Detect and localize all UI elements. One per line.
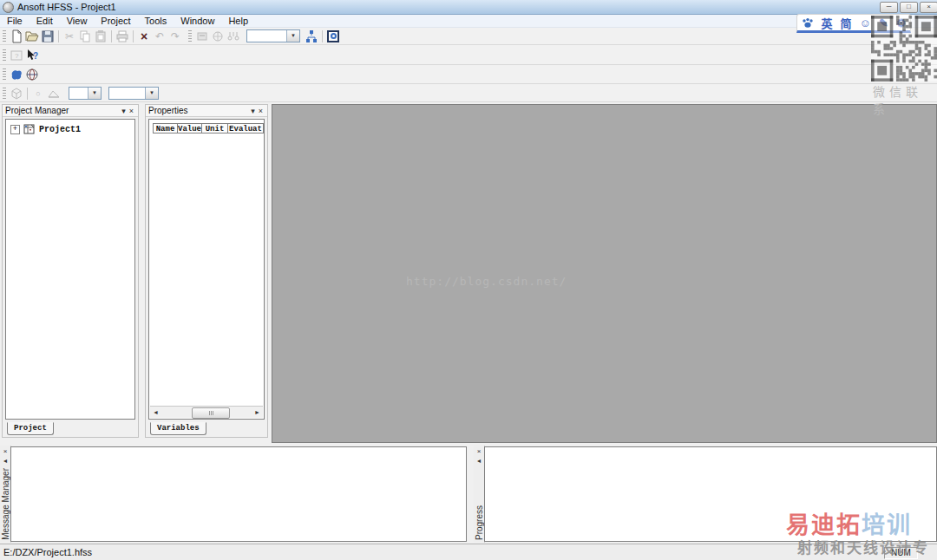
- smiley-icon[interactable]: ☺: [860, 16, 871, 29]
- toolbar-grip[interactable]: [3, 49, 6, 62]
- context-help-icon: ?: [25, 49, 39, 62]
- scrollbar-track[interactable]: [161, 407, 252, 418]
- chevron-down-icon[interactable]: ▼: [286, 30, 299, 42]
- coordinate-plane-button[interactable]: [46, 86, 62, 101]
- horizontal-scrollbar[interactable]: ◄ ►: [150, 406, 263, 418]
- delete-button[interactable]: ×: [136, 29, 152, 43]
- project-manager-header: Project Manager ▾ ×: [3, 105, 138, 117]
- new-file-button[interactable]: [9, 29, 24, 43]
- column-header-unit[interactable]: Unit: [202, 123, 228, 133]
- column-header-value[interactable]: Value: [178, 123, 202, 133]
- pin-icon[interactable]: ◂: [3, 455, 7, 465]
- chevron-down-icon[interactable]: ▼: [88, 88, 101, 99]
- tree-item-project1[interactable]: Project1: [39, 125, 81, 134]
- toolbar-grip[interactable]: [3, 88, 6, 100]
- close-icon[interactable]: ×: [128, 107, 135, 115]
- panel-menu-icon[interactable]: ▾: [249, 107, 257, 115]
- analyze-icon: [211, 29, 225, 43]
- column-header-name[interactable]: Name: [154, 123, 178, 133]
- validate-button[interactable]: [304, 29, 319, 43]
- print-icon: [115, 29, 129, 43]
- menu-view[interactable]: View: [60, 15, 95, 27]
- hfss-solver-button[interactable]: [325, 29, 341, 43]
- cut-button[interactable]: ✂: [62, 29, 77, 43]
- scrollbar-thumb[interactable]: [192, 407, 230, 419]
- chevron-down-icon[interactable]: ▼: [145, 88, 158, 99]
- optimetrics-icon: [226, 29, 240, 43]
- draw-circle-button[interactable]: ○: [30, 86, 46, 101]
- project-tree[interactable]: + Project1: [5, 119, 135, 420]
- progress-content[interactable]: [484, 446, 937, 542]
- properties-header: Properties ▾ ×: [146, 105, 267, 117]
- paw-icon[interactable]: [802, 17, 814, 29]
- copy-button[interactable]: [77, 29, 93, 43]
- solve-setup-button[interactable]: [194, 29, 210, 43]
- save-button[interactable]: [40, 29, 56, 43]
- open-file-button[interactable]: [24, 29, 40, 43]
- paste-button[interactable]: [93, 29, 108, 43]
- tab-variables[interactable]: Variables: [150, 422, 206, 435]
- context-help-button[interactable]: ?: [24, 48, 40, 62]
- menu-edit[interactable]: Edit: [29, 15, 60, 27]
- modeler-blob-icon: [10, 68, 23, 81]
- maximize-button[interactable]: □: [900, 2, 918, 13]
- plane-axes-icon: [47, 87, 61, 101]
- scroll-left-icon[interactable]: ◄: [150, 407, 161, 418]
- lang-simplified-button[interactable]: 简: [841, 15, 852, 31]
- properties-panel: Properties ▾ × Name Value Unit Evaluat ◄…: [145, 104, 268, 438]
- validate-tree-icon: [305, 29, 318, 43]
- undo-button[interactable]: ↶: [152, 29, 167, 43]
- toolbar-grip[interactable]: [188, 30, 192, 42]
- save-floppy-icon: [41, 29, 55, 43]
- toolbar-grip[interactable]: [3, 30, 6, 42]
- boundary-display-button[interactable]: [24, 68, 40, 82]
- coordinate-system-combobox[interactable]: ▼: [108, 87, 159, 100]
- status-bar: E:/DZX/Project1.hfss: [0, 544, 937, 560]
- solve-setup-icon: [195, 29, 209, 43]
- project-manager-title: Project Manager: [5, 106, 69, 115]
- help-topics-button[interactable]: ?: [9, 48, 24, 62]
- draw-toolbar: ○ ▼ ▼: [0, 85, 937, 102]
- menu-window[interactable]: Window: [174, 15, 221, 27]
- paste-icon: [94, 29, 108, 43]
- grid-plane-combobox[interactable]: ▼: [69, 87, 102, 100]
- draw-box-button[interactable]: [9, 86, 24, 101]
- properties-table: Name Value Unit Evaluat ◄ ►: [148, 119, 265, 420]
- toolbar-grip[interactable]: [3, 68, 6, 81]
- close-button[interactable]: ×: [920, 2, 937, 13]
- pin-icon[interactable]: ◂: [477, 455, 481, 465]
- modeler-canvas[interactable]: http://blog.csdn.net/: [272, 104, 937, 443]
- scroll-right-icon[interactable]: ►: [252, 407, 263, 418]
- modeler-button[interactable]: [9, 68, 24, 82]
- menu-help[interactable]: Help: [221, 15, 255, 27]
- analyze-button[interactable]: [210, 29, 226, 43]
- properties-title: Properties: [148, 106, 188, 115]
- menu-project[interactable]: Project: [94, 15, 137, 27]
- tree-row[interactable]: + Project1: [6, 120, 134, 135]
- progress-panel: × ◂ Progress: [474, 446, 937, 543]
- solution-combobox[interactable]: ▼: [246, 29, 300, 42]
- close-icon[interactable]: ×: [3, 446, 8, 455]
- num-lock-indicator: NUM: [884, 547, 918, 559]
- menu-file[interactable]: File: [0, 15, 29, 27]
- tree-expander[interactable]: +: [10, 125, 20, 134]
- message-manager-content[interactable]: [10, 446, 467, 542]
- tab-project[interactable]: Project: [7, 422, 54, 435]
- globe-icon: [25, 68, 39, 81]
- message-manager-panel: × ◂ Message Manager: [0, 446, 467, 543]
- minimize-button[interactable]: ─: [880, 2, 898, 13]
- menu-tools[interactable]: Tools: [138, 15, 174, 27]
- redo-button[interactable]: ↷: [167, 29, 183, 43]
- column-header-evaluated[interactable]: Evaluat: [228, 123, 264, 133]
- optimetrics-button[interactable]: [226, 29, 241, 43]
- open-folder-icon: [25, 29, 39, 43]
- svg-text:?: ?: [15, 52, 19, 60]
- panel-menu-icon[interactable]: ▾: [120, 107, 128, 115]
- close-icon[interactable]: ×: [257, 107, 265, 115]
- print-button[interactable]: [115, 29, 130, 43]
- copy-icon: [78, 29, 92, 43]
- lang-english-button[interactable]: 英: [822, 15, 833, 31]
- status-file-path: E:/DZX/Project1.hfss: [3, 547, 92, 557]
- toolbar-separator: [133, 30, 134, 42]
- close-icon[interactable]: ×: [477, 446, 482, 455]
